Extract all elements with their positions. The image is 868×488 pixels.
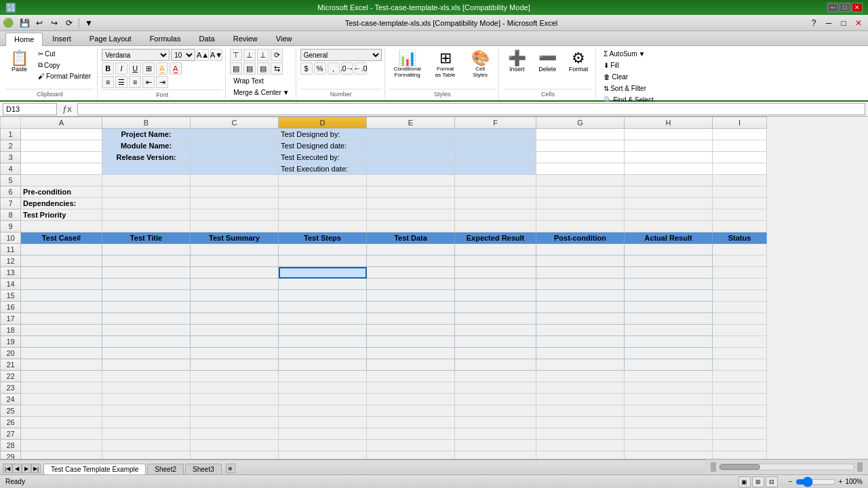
row-header-2[interactable]: 2 bbox=[1, 140, 21, 152]
cell-styles-button[interactable]: 🎨 CellStyles bbox=[465, 49, 496, 80]
cell-E2[interactable] bbox=[367, 140, 455, 152]
row-header-22[interactable]: 22 bbox=[1, 371, 21, 382]
cell-H24[interactable] bbox=[625, 394, 713, 405]
cell-A13[interactable] bbox=[21, 267, 102, 279]
cell-G9[interactable] bbox=[536, 221, 625, 232]
cell-B25[interactable] bbox=[102, 405, 191, 417]
cell-F28[interactable] bbox=[455, 440, 536, 451]
row-header-15[interactable]: 15 bbox=[1, 290, 21, 302]
cell-F21[interactable] bbox=[455, 359, 536, 371]
cell-E3[interactable] bbox=[367, 152, 455, 163]
cell-C15[interactable] bbox=[191, 290, 279, 302]
cut-button[interactable]: ✂ Cut bbox=[35, 49, 94, 59]
cell-A24[interactable] bbox=[21, 394, 102, 405]
clear-button[interactable]: 🗑 Clear bbox=[600, 72, 656, 82]
cell-I12[interactable] bbox=[713, 256, 767, 267]
cell-A10[interactable]: Test Case# bbox=[21, 232, 102, 244]
cell-C25[interactable] bbox=[191, 405, 279, 417]
cell-B12[interactable] bbox=[102, 256, 191, 267]
cell-A26[interactable] bbox=[21, 417, 102, 428]
cell-B11[interactable] bbox=[102, 244, 191, 256]
cell-G5[interactable] bbox=[536, 175, 625, 186]
cell-C13[interactable] bbox=[191, 267, 279, 279]
close-button[interactable]: ✕ bbox=[852, 3, 863, 12]
col-header-H[interactable]: H bbox=[625, 117, 713, 129]
decrease-indent-button[interactable]: ⇤ bbox=[142, 76, 155, 88]
cell-C20[interactable] bbox=[191, 348, 279, 359]
cell-E5[interactable] bbox=[367, 175, 455, 186]
row-header-23[interactable]: 23 bbox=[1, 382, 21, 394]
cell-F16[interactable] bbox=[455, 302, 536, 313]
cell-F27[interactable] bbox=[455, 428, 536, 440]
row-header-16[interactable]: 16 bbox=[1, 302, 21, 313]
cell-C3[interactable] bbox=[191, 152, 279, 163]
sort-filter-button[interactable]: ⇅ Sort & Filter bbox=[600, 83, 656, 94]
row-header-6[interactable]: 6 bbox=[1, 186, 21, 198]
cell-H14[interactable] bbox=[625, 279, 713, 290]
cell-I13[interactable] bbox=[713, 267, 767, 279]
cell-B21[interactable] bbox=[102, 359, 191, 371]
cell-F1[interactable] bbox=[455, 129, 536, 140]
cell-H13[interactable] bbox=[625, 267, 713, 279]
cell-A29[interactable] bbox=[21, 451, 102, 460]
cell-H19[interactable] bbox=[625, 336, 713, 348]
cell-E25[interactable] bbox=[367, 405, 455, 417]
cell-H8[interactable] bbox=[625, 209, 713, 221]
cell-A22[interactable] bbox=[21, 371, 102, 382]
cell-G13[interactable] bbox=[536, 267, 625, 279]
cell-H7[interactable] bbox=[625, 198, 713, 209]
align-center2-button[interactable]: ▤ bbox=[243, 62, 256, 75]
cell-A16[interactable] bbox=[21, 302, 102, 313]
number-format-select[interactable]: General bbox=[300, 49, 382, 61]
align-left-button[interactable]: ≡ bbox=[102, 76, 114, 88]
cell-E18[interactable] bbox=[367, 325, 455, 336]
cell-G3[interactable] bbox=[536, 152, 625, 163]
cell-D10[interactable]: Test Steps bbox=[279, 232, 367, 244]
cell-H10[interactable]: Actual Result bbox=[625, 232, 713, 244]
cell-I7[interactable] bbox=[713, 198, 767, 209]
cell-D1[interactable]: Test Designed by: bbox=[279, 129, 367, 140]
cell-B27[interactable] bbox=[102, 428, 191, 440]
row-header-1[interactable]: 1 bbox=[1, 129, 21, 140]
cell-E11[interactable] bbox=[367, 244, 455, 256]
cell-A28[interactable] bbox=[21, 440, 102, 451]
cell-D26[interactable] bbox=[279, 417, 367, 428]
minimize-button[interactable]: ─ bbox=[827, 3, 838, 12]
cell-A17[interactable] bbox=[21, 313, 102, 325]
cell-H29[interactable] bbox=[625, 451, 713, 460]
decrease-decimal-button[interactable]: ←.0 bbox=[355, 62, 367, 75]
cell-E20[interactable] bbox=[367, 348, 455, 359]
row-header-10[interactable]: 10 bbox=[1, 232, 21, 244]
row-header-20[interactable]: 20 bbox=[1, 348, 21, 359]
cell-D17[interactable] bbox=[279, 313, 367, 325]
align-right-button[interactable]: ≡ bbox=[129, 76, 141, 88]
cell-B6[interactable] bbox=[102, 186, 191, 198]
cell-F23[interactable] bbox=[455, 382, 536, 394]
cell-H28[interactable] bbox=[625, 440, 713, 451]
cell-H17[interactable] bbox=[625, 313, 713, 325]
cell-C6[interactable] bbox=[191, 186, 279, 198]
first-sheet-button[interactable]: |◀ bbox=[3, 464, 12, 473]
cell-I17[interactable] bbox=[713, 313, 767, 325]
next-sheet-button[interactable]: ▶ bbox=[22, 464, 31, 473]
cell-F25[interactable] bbox=[455, 405, 536, 417]
cell-D24[interactable] bbox=[279, 394, 367, 405]
cell-I8[interactable] bbox=[713, 209, 767, 221]
cell-C19[interactable] bbox=[191, 336, 279, 348]
cell-E19[interactable] bbox=[367, 336, 455, 348]
page-layout-view-button[interactable]: ⊞ bbox=[752, 476, 764, 487]
cell-G18[interactable] bbox=[536, 325, 625, 336]
cell-A4[interactable] bbox=[21, 163, 102, 175]
cell-E27[interactable] bbox=[367, 428, 455, 440]
middle-align-button[interactable]: ⊥ bbox=[243, 49, 256, 61]
row-header-9[interactable]: 9 bbox=[1, 221, 21, 232]
cell-F11[interactable] bbox=[455, 244, 536, 256]
cell-F18[interactable] bbox=[455, 325, 536, 336]
cell-E28[interactable] bbox=[367, 440, 455, 451]
cell-A23[interactable] bbox=[21, 382, 102, 394]
cell-E22[interactable] bbox=[367, 371, 455, 382]
cell-D6[interactable] bbox=[279, 186, 367, 198]
cell-C26[interactable] bbox=[191, 417, 279, 428]
percent-button[interactable]: % bbox=[314, 62, 326, 75]
cell-C12[interactable] bbox=[191, 256, 279, 267]
